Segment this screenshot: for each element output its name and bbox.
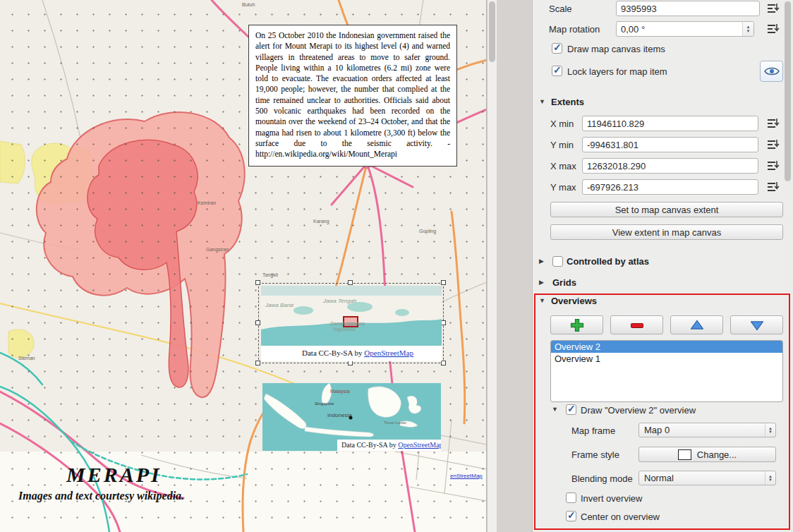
map-frame-combo[interactable]: Map 0 ▲▼ [638,423,776,437]
scale-data-defined-button[interactable] [764,1,781,16]
map-subtitle-label[interactable]: Images and text courtesy wikipedia. [18,490,184,502]
xmax-data-defined-button[interactable] [764,158,781,174]
data-defined-override-icon [765,2,780,15]
frame-style-change-button[interactable]: Change... [638,447,776,462]
data-defined-override-icon [765,117,780,130]
panel-scrollbar-thumb[interactable] [785,1,791,181]
overviews-collapse-toggle[interactable]: ▼ [539,297,545,304]
remove-overview-button[interactable] [610,315,663,334]
grids-header: Grids [552,277,576,288]
item-properties-panel: Scale 9395993 Map rotation 0,00 ° ▲▼ Dra… [533,0,783,532]
ymin-data-defined-button[interactable] [764,137,781,152]
overview-list-item[interactable]: Overview 2 [551,341,782,353]
blending-mode-label: Blending mode [571,473,633,484]
svg-text:Malaysia: Malaysia [330,389,350,394]
move-overview-down-button[interactable] [730,315,783,334]
svg-text:Daerah Istimewa: Daerah Istimewa [330,321,365,326]
grids-collapse-toggle[interactable]: ▶ [539,279,544,286]
selection-handle[interactable] [255,280,260,285]
overview-inset-map-java[interactable]: Jawa Barat Jawa Tengah Daerah Istimewa Y… [261,286,442,361]
qgis-composer-window: Butuh Kemiran Gangsiran Tangkil Karang S… [0,0,793,532]
map-frame-label: Map frame [571,425,615,436]
selection-handle[interactable] [348,280,353,285]
overview-inset-map-indonesia[interactable]: Malaysia Singapore Indonesia Timor-Leste… [262,383,441,451]
map-frame-value: Map 0 [644,425,670,435]
map-rotation-spinbox[interactable]: 0,00 ° ▲▼ [616,21,754,37]
invert-overview-label: Invert overview [581,493,642,504]
map-title-label[interactable]: MERAPI [66,463,162,487]
scale-label: Scale [549,4,572,14]
extents-collapse-toggle[interactable]: ▼ [539,98,545,105]
minus-icon [629,318,645,333]
overviews-list: Overview 2 Overview 1 [550,340,783,402]
data-defined-override-icon [765,23,780,35]
frame-style-color-swatch [678,449,691,460]
map-canvas[interactable]: Butuh Kemiran Gangsiran Tangkil Karang S… [0,0,487,532]
arrow-up-icon [689,318,705,333]
xmax-label: X max [550,161,576,171]
frame-style-label: Frame style [571,449,619,460]
xmax-input[interactable]: 12632018.290 [582,158,758,174]
annotation-text-box[interactable]: On 25 October 2010 the Indonesian govern… [248,25,457,167]
extents-header: Extents [551,97,584,107]
center-on-overview-label: Center on overview [581,512,660,522]
selection-handle[interactable] [441,280,446,285]
data-defined-override-icon [765,159,780,172]
svg-text:Jawa Tengah: Jawa Tengah [322,298,357,304]
xmin-data-defined-button[interactable] [764,116,781,131]
panel-vertical-scrollbar[interactable] [783,0,793,532]
selection-handle[interactable] [348,361,353,365]
svg-text:Jawa Barat: Jawa Barat [265,302,294,308]
ymax-label: Y max [550,182,576,193]
selection-handle[interactable] [441,320,446,325]
data-defined-override-icon [765,181,780,193]
set-to-map-canvas-extent-button[interactable]: Set to map canvas extent [550,202,783,217]
svg-text:Singapore: Singapore [315,401,334,406]
ymin-input[interactable]: -994631.801 [582,137,758,152]
plus-icon [569,318,585,333]
overviews-header: Overviews [551,296,597,306]
draw-map-canvas-items-checkbox[interactable] [552,43,562,54]
arrow-down-icon [749,318,765,333]
eye-icon [764,66,780,76]
xmin-input[interactable]: 11946110.829 [582,116,758,131]
map-scrollbar-thumb[interactable] [489,1,495,62]
map-vertical-scrollbar[interactable] [487,0,497,532]
lock-layers-checkbox[interactable] [552,66,562,76]
xmin-label: X min [550,119,574,129]
svg-text:Data CC-By-SA by OpenStreetMap: Data CC-By-SA by OpenStreetMap [302,349,413,357]
draw-overview-collapse-toggle[interactable]: ▼ [552,406,558,413]
draw-overview-label: Draw "Overview 2" overview [581,405,696,416]
selection-handle[interactable] [441,361,446,365]
data-defined-override-icon [765,138,780,151]
controlled-by-atlas-checkbox[interactable] [552,256,563,267]
invert-overview-checkbox[interactable] [566,492,576,503]
change-button-label: Change... [697,449,737,460]
selection-handle[interactable] [255,361,260,365]
svg-text:Indonesia: Indonesia [327,412,352,418]
ymax-input[interactable]: -697926.213 [582,179,758,195]
move-overview-up-button[interactable] [670,315,723,334]
svg-text:Timor-Leste: Timor-Leste [384,421,406,425]
blending-mode-combo[interactable]: Normal ▲▼ [638,471,776,485]
rotation-data-defined-button[interactable] [764,21,781,37]
view-extent-in-map-canvas-button[interactable]: View extent in map canvas [550,224,783,240]
center-on-overview-checkbox[interactable] [566,511,576,521]
atlas-collapse-toggle[interactable]: ▶ [539,258,544,265]
draw-map-canvas-items-label: Draw map canvas items [567,44,665,54]
overview-list-item[interactable]: Overview 1 [551,353,782,365]
osm-credit-fragment: enStreetMap [450,473,483,479]
panel-splitter[interactable] [497,0,533,532]
blending-mode-value: Normal [644,473,674,483]
lock-layers-label: Lock layers for map item [567,66,667,77]
scale-input[interactable]: 9395993 [616,1,760,16]
spin-arrows-icon[interactable]: ▲▼ [742,22,753,36]
draw-overview-checkbox[interactable] [566,404,576,415]
ymin-label: Y min [550,140,574,150]
layer-visibility-preset-button[interactable] [760,61,783,82]
svg-text:Yogyakarta: Yogyakarta [332,327,356,332]
controlled-by-atlas-label: Controlled by atlas [567,256,649,267]
selection-handle[interactable] [255,320,260,325]
ymax-data-defined-button[interactable] [764,179,781,195]
add-overview-button[interactable] [550,315,603,334]
